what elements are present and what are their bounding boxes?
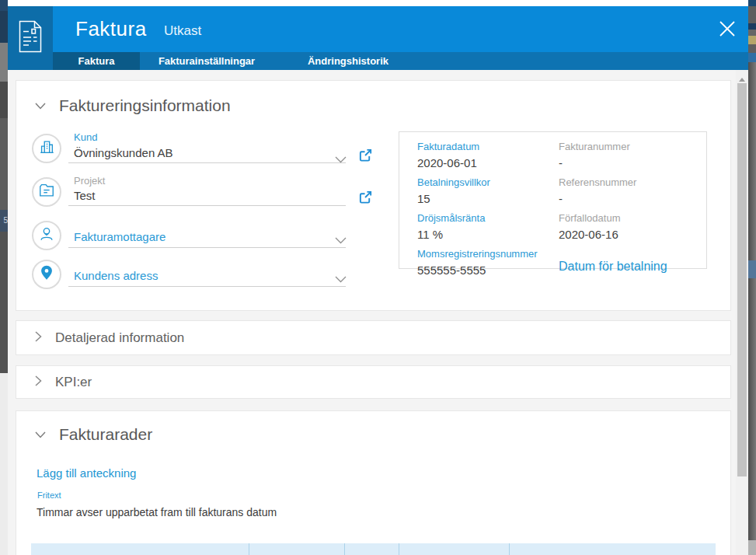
summary-cell-fakturanummer: Fakturanummer -	[559, 141, 706, 176]
summary-label: Dröjsmålsränta	[417, 212, 559, 224]
kpi-section-header[interactable]: KPI:er	[35, 366, 92, 398]
triangle-up-icon	[739, 78, 745, 82]
section-title: KPI:er	[55, 375, 92, 390]
close-icon	[717, 19, 737, 42]
tab-fakturainstallningar[interactable]: Fakturainställningar	[140, 52, 273, 70]
invoice-table-header-cell	[31, 543, 249, 555]
summary-cell-fakturadatum: Fakturadatum 2020-06-01	[417, 141, 559, 176]
field-underline	[68, 247, 346, 248]
customer-address-link[interactable]: Kundens adress	[74, 269, 158, 282]
summary-label: Momsregistreringsnummer	[417, 248, 559, 260]
background-fragment	[748, 23, 756, 30]
invoice-rows-section-header[interactable]: Fakturarader	[35, 425, 152, 444]
recipient-dropdown-chevron-icon[interactable]	[335, 233, 347, 247]
background-fragment	[748, 0, 756, 6]
background-fragment	[748, 278, 756, 540]
summary-value[interactable]: 15	[417, 192, 559, 205]
building-icon	[38, 138, 55, 159]
background-fragment	[0, 232, 8, 373]
summary-value[interactable]: 11 %	[417, 228, 559, 241]
chevron-right-icon	[35, 331, 42, 345]
invoice-table-header-cell	[399, 543, 509, 555]
fritext-label: Fritext	[37, 490, 61, 500]
invoice-table-header	[31, 543, 716, 555]
address-icon-circle	[32, 260, 61, 289]
chevron-right-icon	[35, 375, 42, 389]
field-underline	[68, 286, 346, 287]
summary-label: Betalningsvillkor	[417, 176, 559, 188]
invoice-table-header-cell	[509, 543, 716, 555]
detailed-info-section-header[interactable]: Detaljerad information	[35, 321, 184, 354]
background-fragment	[748, 62, 756, 260]
detailed-info-section: Detaljerad information	[16, 320, 731, 355]
background-fragment	[0, 0, 8, 11]
person-icon	[38, 225, 55, 246]
project-field-label: Projekt	[74, 175, 105, 187]
payment-date-link[interactable]: Datum för betalning	[559, 248, 706, 274]
summary-value: 2020-06-16	[559, 228, 706, 241]
summary-cell-betalningsvillkor: Betalningsvillkor 15	[417, 176, 559, 211]
tab-bar: Faktura Fakturainställningar Ändringshis…	[53, 52, 748, 70]
field-underline	[68, 205, 346, 206]
invoice-summary-panel: Fakturadatum 2020-06-01 Fakturanummer - …	[399, 131, 707, 269]
summary-cell-momsregistreringsnummer: Momsregistreringsnummer 555555-5555	[417, 248, 559, 283]
section-title: Faktureringsinformation	[59, 96, 231, 115]
summary-value: -	[559, 156, 706, 169]
background-fragment	[748, 36, 756, 44]
chevron-down-icon	[35, 428, 46, 442]
section-title: Detaljerad information	[55, 330, 184, 346]
summary-label: Fakturadatum	[417, 141, 559, 152]
scrollbar-thumb[interactable]	[737, 83, 747, 476]
dialog-status-badge: Utkast	[164, 23, 201, 39]
project-icon-circle	[32, 177, 61, 207]
scroll-up-arrow[interactable]	[736, 75, 748, 83]
address-dropdown-chevron-icon[interactable]	[335, 272, 347, 286]
close-button[interactable]	[716, 19, 738, 41]
background-fragment	[0, 373, 8, 555]
project-open-link-icon[interactable]	[358, 190, 373, 204]
section-title: Fakturarader	[59, 425, 152, 444]
invoice-table-header-cell	[249, 543, 344, 555]
dialog-header: Faktura Utkast	[53, 6, 748, 52]
field-underline	[68, 162, 346, 163]
customer-open-link-icon[interactable]	[358, 148, 373, 162]
background-fragment: 5	[0, 210, 8, 232]
background-fragment	[748, 30, 756, 36]
customer-field-label: Kund	[74, 131, 97, 143]
summary-label: Förfallodatum	[559, 212, 706, 224]
billing-info-section-header[interactable]: Faktureringsinformation	[35, 96, 231, 115]
tab-andringshistorik[interactable]: Ändringshistorik	[273, 52, 423, 70]
customer-field-value[interactable]: Övningskunden AB	[74, 146, 173, 159]
background-fragment	[748, 260, 756, 278]
project-field-value[interactable]: Test	[74, 189, 96, 202]
fritext-value[interactable]: Timmar avser upparbetat fram till faktur…	[37, 506, 277, 518]
background-page-left-edge: 5	[0, 0, 8, 555]
invoice-document-icon	[17, 19, 44, 57]
background-fragment	[748, 6, 756, 23]
summary-value[interactable]: 2020-06-01	[417, 156, 559, 169]
recipient-link[interactable]: Fakturamottagare	[74, 230, 165, 243]
tab-faktura[interactable]: Faktura	[53, 52, 140, 70]
invoice-icon-tile	[8, 6, 53, 70]
customer-dropdown-chevron-icon[interactable]	[335, 152, 347, 166]
folder-icon	[38, 182, 55, 202]
summary-cell-forfallodatum: Förfallodatum 2020-06-16	[559, 212, 706, 247]
background-fragment	[0, 118, 8, 210]
background-fragment	[0, 43, 8, 82]
billing-info-section: Faktureringsinformation Kund Övningskund…	[16, 80, 731, 311]
invoice-rows-section: Fakturarader Lägg till anteckning Fritex…	[16, 410, 731, 555]
kpi-section: KPI:er	[16, 365, 731, 399]
invoice-table-header-cell	[344, 543, 399, 555]
summary-label: Referensnummer	[559, 176, 706, 188]
map-pin-icon	[38, 264, 55, 284]
background-page-right-edge	[748, 0, 756, 555]
background-fragment	[748, 44, 756, 53]
vertical-scrollbar[interactable]	[736, 70, 748, 555]
background-fragment	[0, 11, 8, 43]
chevron-down-icon	[35, 99, 46, 113]
summary-cell-payment-date: Datum för betalning	[559, 248, 706, 283]
dialog-body: Faktureringsinformation Kund Övningskund…	[8, 70, 736, 555]
summary-label: Fakturanummer	[559, 141, 706, 152]
summary-value[interactable]: 555555-5555	[417, 264, 559, 277]
add-note-link[interactable]: Lägg till anteckning	[37, 466, 136, 480]
